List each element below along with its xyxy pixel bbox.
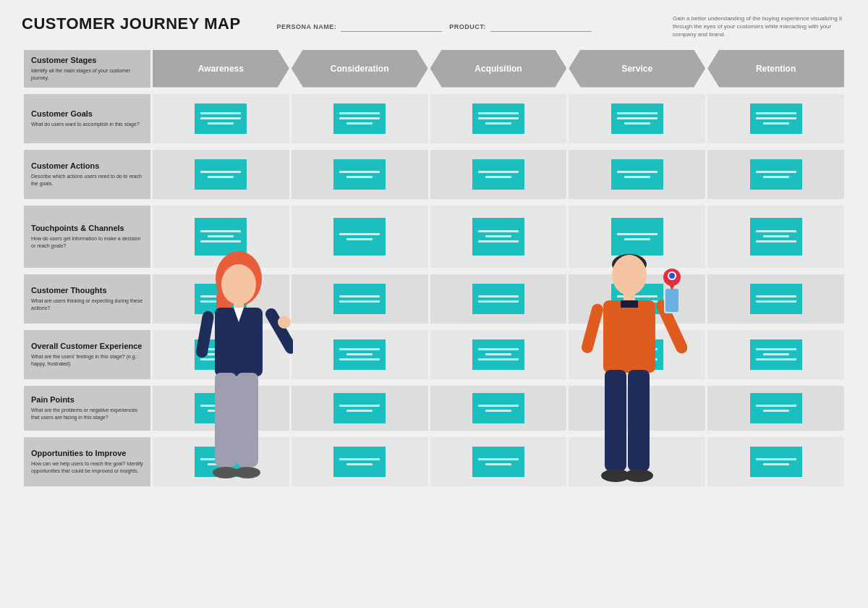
pain-awareness-card — [195, 393, 247, 423]
teal-line-3 — [200, 358, 241, 360]
teal-line-2 — [200, 117, 241, 119]
teal-line-2 — [763, 235, 789, 237]
experience-acquisition-card — [472, 339, 524, 370]
thoughts-service-card — [611, 284, 663, 314]
teal-line-1 — [478, 458, 519, 460]
teal-line-2 — [624, 238, 650, 240]
teal-line-2 — [346, 410, 373, 412]
teal-line-3 — [478, 358, 519, 360]
teal-line-1 — [756, 230, 796, 232]
teal-line-3 — [617, 358, 658, 360]
thoughts-awareness-cell — [153, 274, 289, 324]
touchpoints-row-desc: How do users get information to make a d… — [31, 235, 143, 249]
experience-consideration-cell — [292, 330, 428, 379]
teal-line-2 — [346, 463, 373, 465]
teal-line-1 — [339, 295, 380, 297]
stage-acquisition-label: Acquisition — [475, 64, 522, 74]
teal-line-1 — [339, 233, 380, 235]
teal-line-2 — [339, 117, 380, 119]
stage-awareness-label: Awareness — [198, 64, 244, 74]
thoughts-label-cell: Customer Thoughts What are users thinkin… — [24, 274, 150, 324]
opportunities-row: Opportunities to Improve How can we help… — [24, 437, 844, 486]
goals-service-card — [611, 104, 663, 134]
teal-line-3 — [756, 240, 796, 242]
actions-label-cell: Customer Actions Describe which actions … — [24, 150, 150, 199]
teal-line-2 — [624, 176, 650, 178]
touchpoints-acquisition-cell — [430, 206, 567, 268]
pain-row-desc: What are the problems or negative experi… — [31, 407, 143, 421]
teal-line-1 — [478, 295, 519, 297]
experience-row: Overall Customer Experience What are the… — [24, 330, 844, 379]
pain-label-cell: Pain Points What are the problems or neg… — [24, 386, 150, 431]
experience-awareness-card — [195, 339, 247, 370]
goals-awareness-cell — [153, 94, 289, 143]
stage-acquisition: Acquisition — [430, 50, 567, 88]
teal-line-2 — [208, 463, 234, 465]
pain-consideration-card — [333, 393, 386, 423]
experience-row-title: Overall Customer Experience — [31, 342, 143, 351]
opportunities-row-desc: How can we help users to reach the goal?… — [31, 460, 143, 474]
teal-line-2 — [485, 353, 511, 355]
pain-row-title: Pain Points — [31, 395, 143, 405]
stage-awareness: Awareness — [153, 50, 289, 88]
actions-retention-card — [750, 159, 802, 190]
actions-row: Customer Actions Describe which actions … — [24, 150, 844, 199]
teal-line-2 — [346, 353, 373, 355]
teal-line-1 — [200, 348, 241, 350]
header: CUSTOMER JOURNEY MAP PERSONA NAME: PRODU… — [22, 14, 846, 39]
teal-line-1 — [339, 405, 380, 407]
teal-line-1 — [617, 348, 658, 350]
opportunities-row-title: Opportunities to Improve — [31, 449, 143, 458]
pain-retention-card — [750, 393, 802, 423]
actions-service-card — [611, 159, 663, 190]
spacer-4 — [24, 326, 844, 328]
stage-awareness-cell: Awareness — [153, 50, 289, 88]
opportunities-retention-cell — [707, 437, 844, 486]
thoughts-retention-cell — [707, 274, 844, 324]
actions-acquisition-cell — [430, 150, 567, 199]
thoughts-consideration-card — [333, 284, 386, 314]
teal-line-2 — [617, 117, 658, 119]
teal-line-2 — [763, 176, 789, 178]
goals-row: Customer Goals What do users want to acc… — [24, 94, 844, 143]
experience-service-cell — [569, 330, 705, 379]
actions-consideration-cell — [292, 150, 428, 199]
teal-line-1 — [756, 295, 796, 297]
teal-line-1 — [478, 230, 519, 232]
actions-row-title: Customer Actions — [31, 161, 143, 171]
opportunities-acquisition-cell — [430, 437, 567, 486]
stages-label-cell: Customer Stages Identify all the main st… — [24, 50, 150, 88]
goals-retention-card — [750, 104, 802, 134]
teal-line-2 — [763, 410, 789, 412]
goals-acquisition-card — [472, 104, 524, 134]
page-title: CUSTOMER JOURNEY MAP — [22, 14, 241, 33]
thoughts-awareness-card — [195, 284, 247, 314]
teal-line-2 — [485, 463, 511, 465]
teal-line-1 — [339, 348, 380, 350]
stage-consideration-cell: Consideration — [292, 50, 428, 88]
teal-line-2 — [485, 176, 511, 178]
opportunities-awareness-cell — [153, 437, 289, 486]
teal-line-1 — [200, 171, 241, 173]
teal-line-2 — [200, 300, 241, 303]
stages-row-desc: Identify all the main stages of your cus… — [31, 67, 143, 81]
spacer-2 — [24, 201, 844, 203]
product-input[interactable] — [490, 21, 592, 32]
actions-awareness-card — [195, 159, 247, 190]
teal-line-2 — [485, 410, 511, 412]
teal-line-2 — [478, 300, 519, 303]
touchpoints-row: Touchpoints & Channels How do users get … — [24, 206, 844, 268]
teal-line-1 — [339, 171, 380, 173]
teal-line-2 — [485, 235, 511, 237]
stage-acquisition-cell: Acquisition — [430, 50, 567, 88]
touchpoints-awareness-cell — [153, 206, 289, 268]
persona-input[interactable] — [341, 21, 442, 32]
teal-line-2 — [208, 353, 234, 355]
experience-retention-card — [750, 339, 802, 370]
teal-line-1 — [756, 348, 796, 350]
teal-line-1 — [200, 405, 241, 407]
product-field-group: PRODUCT: — [449, 21, 592, 32]
goals-consideration-card — [333, 104, 386, 134]
stage-service-label: Service — [621, 64, 652, 74]
experience-consideration-card — [333, 339, 386, 370]
